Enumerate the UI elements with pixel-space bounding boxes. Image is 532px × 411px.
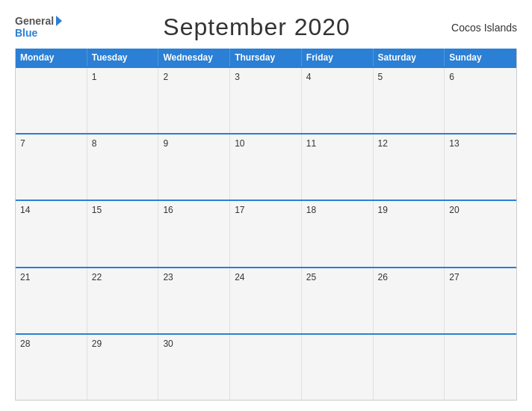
calendar-page: General Blue September 2020 Cocos Island… bbox=[0, 0, 532, 411]
cal-cell: 18 bbox=[302, 201, 374, 266]
region-label: Cocos Islands bbox=[451, 22, 517, 34]
cal-cell: 4 bbox=[302, 68, 374, 133]
cal-week-2: 78910111213 bbox=[16, 133, 516, 200]
cal-header-sunday: Sunday bbox=[445, 49, 516, 67]
day-number: 16 bbox=[163, 205, 173, 215]
cal-cell: 8 bbox=[87, 135, 159, 200]
day-number: 25 bbox=[306, 272, 316, 282]
cal-cell: 10 bbox=[230, 135, 302, 200]
day-number: 21 bbox=[20, 272, 30, 282]
cal-cell: 16 bbox=[158, 201, 230, 266]
day-number: 26 bbox=[378, 272, 388, 282]
calendar-grid: MondayTuesdayWednesdayThursdayFridaySatu… bbox=[15, 49, 517, 401]
cal-header-saturday: Saturday bbox=[374, 49, 445, 67]
cal-cell: 5 bbox=[374, 68, 445, 133]
cal-cell: 20 bbox=[445, 201, 516, 266]
day-number: 1 bbox=[92, 72, 97, 82]
cal-cell bbox=[16, 68, 87, 133]
day-number: 5 bbox=[378, 72, 383, 82]
cal-cell bbox=[374, 335, 445, 400]
cal-cell: 24 bbox=[230, 268, 302, 333]
cal-week-5: 282930 bbox=[16, 333, 516, 400]
day-number: 10 bbox=[235, 138, 244, 149]
cal-cell: 6 bbox=[445, 68, 516, 133]
cal-header-friday: Friday bbox=[302, 49, 374, 67]
cal-cell: 29 bbox=[87, 335, 159, 400]
logo-general-text: General bbox=[15, 16, 54, 27]
day-number: 14 bbox=[20, 205, 30, 215]
cal-header-tuesday: Tuesday bbox=[87, 49, 159, 67]
cal-cell bbox=[445, 335, 516, 400]
day-number: 27 bbox=[449, 272, 459, 282]
cal-cell: 3 bbox=[230, 68, 302, 133]
cal-cell: 12 bbox=[374, 135, 445, 200]
header: General Blue September 2020 Cocos Island… bbox=[15, 13, 517, 41]
cal-cell: 19 bbox=[374, 201, 445, 266]
cal-header-wednesday: Wednesday bbox=[158, 49, 230, 67]
cal-cell: 23 bbox=[158, 268, 230, 333]
cal-cell: 26 bbox=[374, 268, 445, 333]
day-number: 17 bbox=[235, 205, 244, 215]
day-number: 24 bbox=[235, 272, 244, 282]
cal-cell: 2 bbox=[158, 68, 230, 133]
cal-header-thursday: Thursday bbox=[230, 49, 302, 67]
day-number: 8 bbox=[92, 138, 97, 149]
day-number: 29 bbox=[92, 339, 102, 349]
day-number: 4 bbox=[306, 72, 312, 82]
month-title: September 2020 bbox=[163, 13, 350, 41]
cal-week-4: 21222324252627 bbox=[16, 267, 516, 333]
cal-cell bbox=[302, 335, 374, 400]
cal-cell: 22 bbox=[87, 268, 159, 333]
day-number: 30 bbox=[163, 339, 173, 349]
cal-header-monday: Monday bbox=[16, 49, 87, 67]
day-number: 13 bbox=[449, 138, 459, 149]
logo: General Blue bbox=[15, 16, 62, 39]
cal-cell: 14 bbox=[16, 201, 87, 266]
cal-cell: 9 bbox=[158, 135, 230, 200]
cal-cell: 1 bbox=[87, 68, 159, 133]
day-number: 19 bbox=[378, 205, 388, 215]
day-number: 9 bbox=[163, 138, 168, 149]
cal-cell: 15 bbox=[87, 201, 159, 266]
logo-triangle-icon bbox=[56, 16, 62, 26]
cal-cell: 30 bbox=[158, 335, 230, 400]
cal-cell: 17 bbox=[230, 201, 302, 266]
cal-week-3: 14151617181920 bbox=[16, 200, 516, 266]
calendar-body: 1234567891011121314151617181920212223242… bbox=[16, 67, 516, 400]
day-number: 22 bbox=[92, 272, 102, 282]
day-number: 15 bbox=[92, 205, 102, 215]
cal-cell: 25 bbox=[302, 268, 374, 333]
cal-cell: 11 bbox=[302, 135, 374, 200]
day-number: 20 bbox=[449, 205, 459, 215]
day-number: 3 bbox=[235, 72, 240, 82]
logo-blue-text: Blue bbox=[15, 28, 37, 39]
day-number: 11 bbox=[306, 138, 316, 149]
cal-cell: 21 bbox=[16, 268, 87, 333]
cal-week-1: 123456 bbox=[16, 67, 516, 133]
day-number: 28 bbox=[20, 339, 30, 349]
day-number: 2 bbox=[163, 72, 168, 82]
cal-cell: 28 bbox=[16, 335, 87, 400]
cal-cell: 13 bbox=[445, 135, 516, 200]
cal-cell: 7 bbox=[16, 135, 87, 200]
calendar-header: MondayTuesdayWednesdayThursdayFridaySatu… bbox=[16, 49, 516, 67]
day-number: 6 bbox=[449, 72, 454, 82]
day-number: 12 bbox=[378, 138, 388, 149]
day-number: 23 bbox=[163, 272, 173, 282]
day-number: 18 bbox=[306, 205, 316, 215]
day-number: 7 bbox=[20, 138, 25, 149]
cal-cell: 27 bbox=[445, 268, 516, 333]
cal-cell bbox=[230, 335, 302, 400]
